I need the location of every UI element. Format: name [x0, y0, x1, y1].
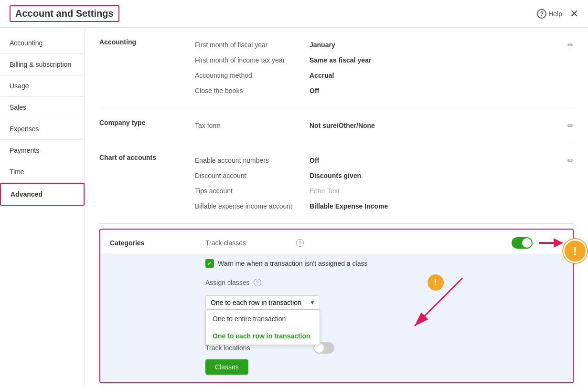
chart-of-accounts-section: Chart of accounts Enable account numbers… [99, 143, 574, 224]
sidebar-item-billing[interactable]: Billing & subscription [0, 54, 85, 75]
enable-account-numbers-field: Enable account numbers [195, 157, 310, 164]
sidebar-item-payments[interactable]: Payments [0, 140, 85, 161]
tips-account-row: Tips account Enter Text [195, 183, 574, 199]
company-type-section: Company type Tax form Not sure/Other/Non… [99, 108, 574, 143]
tips-account-value: Enter Text [310, 187, 574, 195]
sidebar-item-usage[interactable]: Usage [0, 75, 85, 97]
app-header: Account and Settings ? Help ✕ [0, 0, 588, 28]
large-exclamation-icon: ! [563, 239, 587, 263]
track-classes-row: Track classes ? [205, 237, 563, 249]
assign-classes-warning-icon: ! [428, 274, 444, 291]
sidebar-item-time[interactable]: Time [0, 161, 85, 183]
income-tax-year-row: First month of income tax year Same as f… [195, 52, 574, 68]
sidebar-item-expenses[interactable]: Expenses [0, 118, 85, 140]
accounting-label: Accounting [99, 37, 195, 46]
billable-expense-field: Billable expense income account [195, 202, 310, 210]
billable-expense-row: Billable expense income account Billable… [195, 199, 574, 214]
categories-label: Categories [110, 239, 205, 247]
categories-body: ✓ Warn me when a transaction isn't assig… [100, 253, 573, 382]
help-label: Help [548, 10, 562, 18]
accounting-method-value: Accrual [310, 72, 574, 79]
accounting-section: Accounting First month of fiscal year Ja… [99, 28, 574, 108]
question-icon-assign[interactable]: ? [254, 279, 261, 286]
accounting-rows: First month of fiscal year January ✏ Fir… [195, 37, 574, 98]
assign-classes-dropdown[interactable]: One to entire transaction One to each ro… [205, 295, 320, 310]
billable-expense-value: Billable Expense Income [310, 202, 574, 210]
large-warning-icon: ! [563, 239, 587, 263]
track-classes-field: Track classes [205, 239, 291, 247]
sidebar-item-advanced[interactable]: Advanced [0, 183, 85, 206]
company-type-label: Company type [99, 118, 195, 126]
close-books-row: Close the books Off [195, 83, 574, 98]
income-tax-year-value: Same as fiscal year [310, 56, 574, 64]
classes-button[interactable]: Classes [205, 359, 248, 375]
fiscal-year-field: First month of fiscal year [195, 41, 310, 49]
discount-account-row: Discount account Discounts given [195, 168, 574, 183]
track-classes-toggle[interactable] [512, 237, 533, 249]
tax-form-value: Not sure/Other/None [310, 122, 563, 129]
fiscal-year-row: First month of fiscal year January ✏ [195, 37, 574, 52]
track-locations-label: Track locations [205, 344, 250, 352]
categories-section: Categories Track classes ? ✓ Warn [99, 229, 574, 383]
close-books-value: Off [310, 87, 574, 94]
accounting-method-field: Accounting method [195, 72, 310, 79]
enable-account-numbers-edit-icon[interactable]: ✏ [567, 156, 574, 165]
warn-checkbox[interactable]: ✓ [205, 259, 214, 268]
dropdown-option-each-row[interactable]: One to each row in transaction [206, 327, 320, 345]
categories-header: Categories Track classes ? [100, 230, 573, 253]
help-circle-icon: ? [537, 9, 546, 19]
classes-button-row: Classes [205, 359, 563, 375]
main-layout: Accounting Billing & subscription Usage … [0, 28, 588, 388]
close-books-field: Close the books [195, 87, 310, 94]
discount-account-field: Discount account [195, 172, 310, 179]
tips-account-field: Tips account [195, 187, 310, 195]
question-icon-track-classes[interactable]: ? [296, 239, 304, 247]
chart-of-accounts-rows: Enable account numbers Off ✏ Discount ac… [195, 153, 574, 214]
dropdown-option-entire[interactable]: One to entire transaction [206, 310, 320, 327]
header-right: ? Help ✕ [537, 9, 578, 19]
income-tax-year-field: First month of income tax year [195, 56, 310, 64]
tax-form-edit-icon[interactable]: ✏ [567, 121, 574, 130]
sidebar-item-company[interactable]: Accounting [0, 32, 85, 54]
warn-text: Warn me when a transaction isn't assigne… [218, 260, 367, 267]
sidebar-item-sales[interactable]: Sales [0, 97, 85, 118]
help-link[interactable]: ? Help [537, 9, 562, 19]
enable-account-numbers-row: Enable account numbers Off ✏ [195, 153, 574, 168]
accounting-method-row: Accounting method Accrual [195, 68, 574, 83]
fiscal-year-value: January [310, 41, 563, 49]
close-button[interactable]: ✕ [570, 9, 578, 19]
company-type-rows: Tax form Not sure/Other/None ✏ [195, 118, 574, 133]
tax-form-field: Tax form [195, 122, 310, 129]
discount-account-value: Discounts given [310, 172, 574, 179]
red-arrow-left [539, 237, 563, 249]
dropdown-container: One to entire transaction One to each ro… [205, 295, 320, 310]
tax-form-row: Tax form Not sure/Other/None ✏ [195, 118, 574, 133]
content-area: Accounting First month of fiscal year Ja… [85, 28, 588, 388]
fiscal-year-edit-icon[interactable]: ✏ [567, 41, 574, 50]
chart-of-accounts-label: Chart of accounts [99, 153, 195, 161]
svg-marker-0 [539, 238, 563, 248]
dropdown-menu: One to entire transaction One to each ro… [205, 310, 320, 345]
enable-account-numbers-value: Off [310, 157, 563, 164]
warn-checkbox-row: ✓ Warn me when a transaction isn't assig… [205, 259, 563, 268]
page-title: Account and Settings [10, 5, 119, 22]
assign-classes-label: Assign classes [205, 279, 250, 286]
assign-classes-row: Assign classes ? ! [205, 274, 563, 291]
sidebar: Accounting Billing & subscription Usage … [0, 28, 85, 388]
